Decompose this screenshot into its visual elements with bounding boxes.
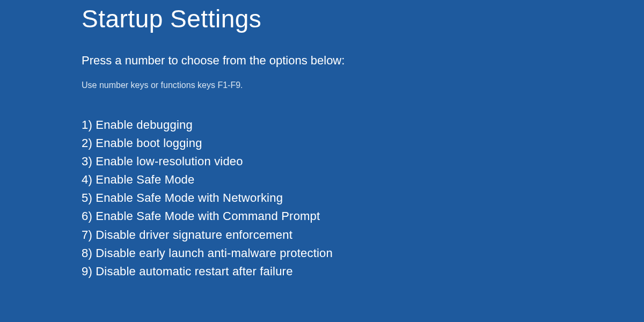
option-disable-automatic-restart[interactable]: 9) Disable automatic restart after failu… bbox=[82, 262, 644, 281]
option-enable-safe-mode-command-prompt[interactable]: 6) Enable Safe Mode with Command Prompt bbox=[82, 207, 644, 225]
option-enable-safe-mode[interactable]: 4) Enable Safe Mode bbox=[82, 171, 644, 189]
option-enable-safe-mode-networking[interactable]: 5) Enable Safe Mode with Networking bbox=[82, 189, 644, 207]
page-title: Startup Settings bbox=[82, 4, 644, 33]
option-enable-debugging[interactable]: 1) Enable debugging bbox=[82, 116, 644, 134]
startup-options-list: 1) Enable debugging 2) Enable boot loggi… bbox=[82, 116, 644, 281]
option-enable-low-resolution-video[interactable]: 3) Enable low-resolution video bbox=[82, 152, 644, 171]
option-disable-early-launch-anti-malware[interactable]: 8) Disable early launch anti-malware pro… bbox=[82, 244, 644, 262]
instruction-text: Press a number to choose from the option… bbox=[82, 54, 644, 68]
option-enable-boot-logging[interactable]: 2) Enable boot logging bbox=[82, 134, 644, 152]
option-disable-driver-signature-enforcement[interactable]: 7) Disable driver signature enforcement bbox=[82, 226, 644, 244]
hint-text: Use number keys or functions keys F1-F9. bbox=[82, 80, 644, 90]
